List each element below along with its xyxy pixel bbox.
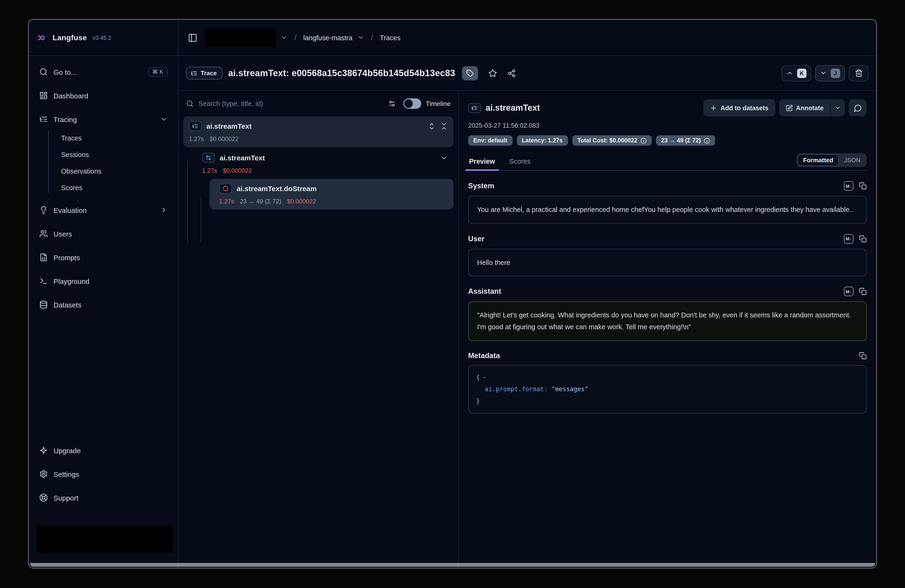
format-formatted[interactable]: Formatted [797, 154, 839, 166]
plus-icon [710, 104, 717, 111]
trace-tree-panel: Timeline ai.streamText [178, 91, 459, 567]
copy-icon[interactable] [859, 352, 867, 359]
trace-title: ai.streamText: e00568a15c38674b56b145d54… [228, 68, 455, 78]
info-icon[interactable] [640, 138, 646, 144]
sidebar-item-prompts[interactable]: Prompts [35, 248, 172, 267]
life-buoy-icon [39, 493, 48, 502]
brand-row: Langfuse v3.45.2 [29, 20, 178, 56]
sidebar-footer: Upgrade Settings Support [29, 441, 178, 507]
copy-icon[interactable] [859, 288, 867, 295]
sidebar-item-settings[interactable]: Settings [35, 464, 172, 483]
users-icon [39, 230, 48, 238]
add-to-datasets-button[interactable]: Add to datasets [703, 99, 775, 116]
search-icon [39, 68, 48, 76]
sidebar-item-goto[interactable]: Go to... ⌘ K [35, 62, 172, 81]
timeline-label: Timeline [426, 100, 451, 108]
sidebar-item-label: Users [54, 230, 72, 238]
section-label: Assistant [468, 287, 501, 296]
sidebar-item-support[interactable]: Support [35, 488, 172, 507]
sidebar-item-sessions[interactable]: Sessions [35, 146, 172, 163]
redacted-user-profile [37, 526, 173, 553]
share-button[interactable] [507, 69, 516, 77]
next-trace-button[interactable]: J [815, 65, 845, 81]
markdown-toggle-icon[interactable]: M↓ [844, 234, 853, 243]
format-json[interactable]: JSON [839, 155, 866, 166]
breadcrumb-section[interactable]: Traces [380, 34, 401, 41]
delete-trace-button[interactable] [849, 65, 868, 81]
filter-sliders-icon[interactable] [388, 100, 395, 108]
sidebar-item-label: Playground [54, 277, 89, 285]
node-cost: $0.000022 [287, 198, 316, 205]
json-collapse-icon[interactable] [482, 375, 487, 380]
sidebar-item-users[interactable]: Users [35, 224, 172, 243]
main-area: / langfuse-mastra / Traces Trace ai.stre… [178, 20, 876, 567]
copy-icon[interactable] [859, 235, 867, 242]
section-label: System [468, 182, 494, 190]
breadcrumb-project[interactable]: langfuse-mastra [303, 34, 352, 41]
markdown-toggle-icon[interactable]: M↓ [844, 181, 853, 191]
expand-all-icon[interactable] [428, 122, 435, 130]
tree-node-generation-selected[interactable]: ai.streamText.doStream 1.27s 23 → 49 (Σ … [210, 179, 453, 209]
app-version: v3.45.2 [92, 34, 111, 41]
section-label: User [468, 235, 484, 243]
timeline-toggle[interactable] [403, 98, 421, 109]
chevron-down-icon[interactable] [440, 154, 448, 162]
node-latency: 1.27s [189, 135, 204, 143]
tree-node-span[interactable]: ai.streamText 1.27s $0.000022 [183, 147, 453, 179]
panel-left-toggle-icon[interactable] [188, 33, 197, 42]
horizontal-scrollbar[interactable] [30, 563, 875, 567]
node-name: ai.streamText [220, 154, 265, 162]
comments-button[interactable] [849, 99, 867, 116]
prev-trace-button[interactable]: K [781, 65, 811, 81]
trace-tree: ai.streamText 1.27s $0.000022 [178, 114, 458, 212]
json-key: ai.prompt.format: [485, 385, 548, 393]
copy-icon[interactable] [859, 182, 867, 190]
info-icon[interactable] [703, 138, 710, 144]
span-node-icon [202, 153, 215, 163]
sidebar-item-observations[interactable]: Observations [35, 163, 172, 179]
collapse-all-icon[interactable] [440, 122, 448, 130]
sidebar-item-traces[interactable]: Traces [35, 130, 172, 146]
annotate-dropdown-button[interactable] [831, 99, 845, 116]
sidebar: Langfuse v3.45.2 Go to... ⌘ K Dashboard … [29, 20, 178, 567]
toggle-knob [404, 99, 413, 108]
section-label: Metadata [468, 351, 500, 360]
sidebar-item-dashboard[interactable]: Dashboard [35, 86, 172, 105]
node-metrics: 1.27s $0.000022 [189, 135, 448, 143]
tag-button[interactable] [462, 66, 478, 80]
langfuse-logo-icon [37, 32, 48, 43]
section-assistant: Assistant M↓ "Alright! Let's get cooking… [468, 287, 867, 341]
annotate-button[interactable]: Annotate [779, 99, 831, 116]
latency-badge: Latency: 1.27s [517, 135, 568, 146]
pencil-square-icon [786, 104, 792, 111]
chevron-down-icon[interactable] [281, 34, 288, 41]
database-icon [39, 300, 48, 309]
trace-node-icon [468, 103, 481, 113]
json-line-open: { [476, 371, 859, 383]
terminal-icon [39, 277, 48, 285]
sidebar-item-scores[interactable]: Scores [35, 179, 172, 196]
json-line-entry: ai.prompt.format: "messages" [476, 383, 859, 395]
sidebar-item-datasets[interactable]: Datasets [35, 295, 172, 314]
sidebar-item-label: Evaluation [54, 206, 87, 214]
assistant-message-box: "Alright! Let's get cooking. What ingred… [468, 301, 867, 341]
tree-node-trace-root[interactable]: ai.streamText 1.27s $0.000022 [183, 116, 453, 147]
brand-name: Langfuse [52, 33, 87, 42]
markdown-toggle-icon[interactable]: M↓ [844, 287, 853, 296]
star-button[interactable] [488, 69, 497, 77]
node-metrics: 1.27s 23 → 49 (Σ 72) $0.000022 [219, 198, 448, 205]
sidebar-item-tracing[interactable]: Tracing [35, 110, 172, 129]
sidebar-item-evaluation[interactable]: Evaluation [35, 201, 172, 219]
breadcrumb-separator: / [369, 33, 375, 42]
sidebar-item-upgrade[interactable]: Upgrade [35, 441, 172, 460]
node-latency: 1.27s [219, 198, 234, 205]
detail-title: ai.streamText [486, 103, 540, 113]
tab-preview[interactable]: Preview [468, 157, 496, 170]
search-input[interactable] [198, 100, 383, 108]
tab-scores[interactable]: Scores [508, 157, 532, 170]
chevron-down-icon[interactable] [357, 34, 364, 41]
node-metrics: 1.27s $0.000022 [202, 167, 448, 174]
sidebar-item-label: Observations [61, 167, 102, 175]
sidebar-item-playground[interactable]: Playground [35, 271, 172, 290]
tree-guide-line [201, 197, 201, 242]
